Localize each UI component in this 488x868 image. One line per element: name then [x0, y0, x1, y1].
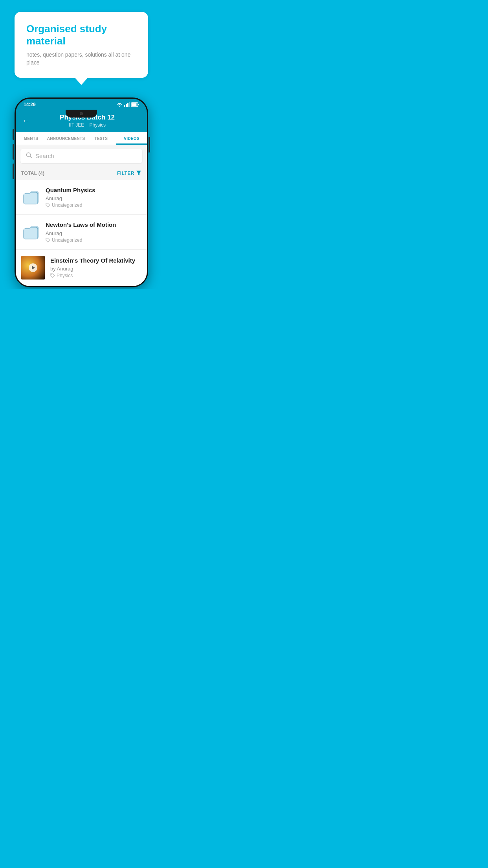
list-item[interactable]: Einstein's Theory Of Relativity by Anura…	[16, 250, 147, 286]
tab-ments[interactable]: MENTS	[16, 132, 46, 145]
list-item[interactable]: Newton's Laws of Motion Anurag Uncategor…	[16, 215, 147, 250]
signal-icon	[124, 102, 130, 107]
status-icons	[116, 102, 139, 107]
tag-label: Uncategorized	[52, 202, 82, 208]
svg-point-11	[47, 239, 48, 239]
tab-announcements[interactable]: ANNOUNCEMENTS	[46, 132, 86, 145]
volume-up-button	[13, 144, 14, 160]
svg-point-12	[51, 274, 52, 275]
video-author: by Anurag	[50, 266, 141, 272]
video-info: Einstein's Theory Of Relativity by Anura…	[50, 257, 141, 279]
tab-tests[interactable]: TESTS	[86, 132, 116, 145]
folder-icon	[21, 223, 40, 241]
svg-rect-5	[138, 104, 139, 105]
svg-point-10	[47, 204, 48, 205]
total-count: TOTAL (4)	[21, 171, 44, 176]
tag-label: Uncategorized	[52, 237, 82, 243]
video-tag: Physics	[50, 273, 141, 278]
status-bar: 14:29	[16, 99, 147, 110]
video-list: Quantum Physics Anurag Uncategorized	[16, 180, 147, 286]
tag-icon	[50, 273, 55, 278]
list-item[interactable]: Quantum Physics Anurag Uncategorized	[16, 180, 147, 215]
tab-videos[interactable]: VIDEOS	[116, 132, 147, 145]
filter-label: FILTER	[117, 171, 134, 176]
search-bar[interactable]: Search	[20, 149, 142, 163]
svg-marker-9	[136, 171, 141, 175]
svg-rect-0	[124, 105, 125, 107]
power-button	[149, 137, 150, 153]
filter-button[interactable]: FILTER	[117, 170, 141, 177]
status-time: 14:29	[24, 102, 36, 107]
filter-funnel-icon	[136, 170, 141, 177]
video-author: Anurag	[46, 195, 141, 201]
phone-body: 14:29	[15, 97, 148, 287]
video-info: Newton's Laws of Motion Anurag Uncategor…	[46, 221, 141, 243]
filter-row: TOTAL (4) FILTER	[16, 167, 147, 180]
front-camera	[80, 112, 83, 115]
volume-silent-button	[13, 129, 14, 140]
bubble-title: Organised study material	[26, 23, 136, 47]
phone-notch	[66, 110, 97, 118]
svg-rect-6	[132, 103, 137, 106]
speech-bubble: Organised study material notes, question…	[15, 12, 148, 78]
play-button[interactable]	[29, 263, 37, 272]
header-subtitle-physics: Physics	[90, 122, 106, 128]
tag-icon	[46, 238, 50, 243]
video-info: Quantum Physics Anurag Uncategorized	[46, 186, 141, 208]
svg-line-8	[30, 156, 32, 158]
search-container: Search	[16, 145, 147, 167]
phone-mockup: 14:29	[15, 97, 148, 287]
search-icon	[26, 152, 32, 160]
svg-rect-3	[129, 102, 130, 107]
tag-icon	[46, 203, 50, 208]
video-title: Einstein's Theory Of Relativity	[50, 257, 141, 265]
folder-icon	[21, 188, 40, 206]
tabs-bar: MENTS ANNOUNCEMENTS TESTS VIDEOS	[16, 132, 147, 145]
video-tag: Uncategorized	[46, 202, 141, 208]
video-title: Quantum Physics	[46, 186, 141, 194]
header-subtitle: IIT JEE Physics	[34, 122, 141, 128]
volume-down-button	[13, 164, 14, 179]
play-triangle-icon	[32, 266, 35, 270]
video-author: Anurag	[46, 230, 141, 236]
tag-label: Physics	[57, 273, 73, 278]
svg-rect-1	[126, 104, 127, 107]
wifi-icon	[116, 102, 123, 107]
svg-rect-2	[127, 103, 128, 107]
video-thumbnail	[21, 256, 45, 280]
video-title: Newton's Laws of Motion	[46, 221, 141, 229]
header-subtitle-iitjee: IIT JEE	[69, 122, 84, 128]
video-tag: Uncategorized	[46, 237, 141, 243]
back-button[interactable]: ←	[22, 116, 30, 125]
bubble-subtitle: notes, question papers, solutions all at…	[26, 51, 136, 66]
search-placeholder-text: Search	[35, 153, 54, 159]
battery-icon	[131, 102, 139, 107]
